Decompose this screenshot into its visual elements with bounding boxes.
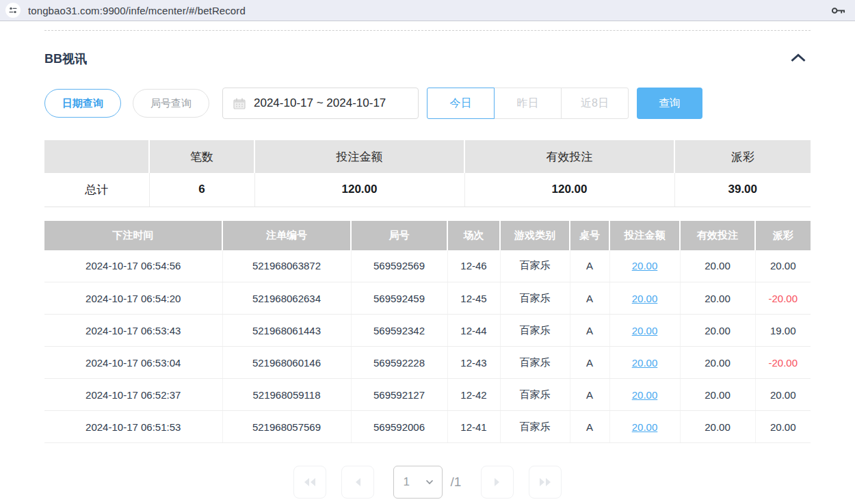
round-number-cell: 569592342	[351, 315, 447, 347]
table-number-cell: A	[570, 315, 609, 347]
summary-header-row: 笔数投注金额有效投注派彩	[44, 140, 811, 173]
summary-table: 笔数投注金额有效投注派彩 总计6120.00120.0039.00	[44, 140, 811, 207]
records-table: 下注时间注单编号局号场次游戏类别桌号投注金额有效投注派彩 2024-10-17 …	[44, 221, 811, 444]
key-icon-glyph	[831, 5, 845, 16]
payout-cell: -20.00	[755, 282, 811, 315]
page-title: BB视讯	[44, 51, 87, 67]
prev-page-button[interactable]	[341, 466, 374, 499]
summary-header-cell-0	[44, 140, 149, 173]
summary-total-label: 总计	[44, 173, 149, 207]
order-number-cell: 521968062634	[222, 282, 351, 315]
calendar-icon	[233, 98, 246, 109]
records-header-cell-8: 派彩	[755, 221, 811, 250]
order-number-cell: 521968063872	[222, 250, 351, 282]
quick-today-button[interactable]: 今日	[427, 88, 495, 119]
first-page-icon	[303, 477, 317, 487]
summary-header-cell-2: 投注金额	[254, 140, 464, 173]
records-header-cell-5: 桌号	[570, 221, 609, 250]
date-range-picker[interactable]: 2024-10-17 ~ 2024-10-17	[222, 88, 419, 119]
records-header-cell-4: 游戏类别	[500, 221, 570, 250]
bet-amount-cell: 20.00	[609, 282, 680, 315]
dashed-separator	[44, 30, 811, 31]
record-row: 2024-10-17 06:53:43521968061443569592342…	[44, 315, 811, 347]
summary-total-row: 总计6120.00120.0039.00	[44, 173, 811, 207]
session-cell: 12-45	[447, 282, 500, 315]
bet-time-cell: 2024-10-17 06:53:04	[44, 347, 222, 379]
summary-total-value-3: 120.00	[464, 173, 674, 207]
prev-page-icon	[354, 477, 362, 487]
summary-header-cell-3: 有效投注	[464, 140, 674, 173]
round-number-cell: 569592006	[351, 411, 447, 443]
next-page-icon	[493, 477, 501, 487]
chevron-up-icon	[790, 53, 806, 62]
game-type-cell: 百家乐	[500, 250, 570, 282]
round-query-tab[interactable]: 局号查询	[133, 89, 209, 118]
panel-header: BB视讯	[44, 51, 811, 67]
valid-bet-cell: 20.00	[680, 282, 755, 315]
next-page-button[interactable]	[481, 466, 514, 499]
last-page-button[interactable]	[529, 466, 562, 499]
bet-time-cell: 2024-10-17 06:51:53	[44, 411, 222, 443]
browser-url-bar[interactable]: tongbao31.com:9900/infe/mcenter/#/betRec…	[0, 0, 855, 21]
records-tbody: 2024-10-17 06:54:56521968063872569592569…	[44, 250, 811, 443]
session-cell: 12-44	[447, 315, 500, 347]
game-type-cell: 百家乐	[500, 282, 570, 315]
order-number-cell: 521968057569	[222, 411, 351, 443]
payout-cell: -20.00	[755, 347, 811, 379]
bet-amount-link[interactable]: 20.00	[632, 293, 658, 304]
summary-total-value-2: 120.00	[254, 173, 464, 207]
url-text[interactable]: tongbao31.com:9900/infe/mcenter/#/betRec…	[28, 5, 246, 16]
payout-cell: 20.00	[755, 411, 811, 443]
records-header-cell-1: 注单编号	[222, 221, 351, 250]
order-number-cell: 521968061443	[222, 315, 351, 347]
bet-amount-link[interactable]: 20.00	[632, 260, 658, 271]
round-number-cell: 569592569	[351, 250, 447, 282]
key-icon[interactable]	[831, 5, 845, 16]
session-cell: 12-43	[447, 347, 500, 379]
records-header-cell-3: 场次	[447, 221, 500, 250]
quick-yesterday-button[interactable]: 昨日	[494, 88, 562, 119]
valid-bet-cell: 20.00	[680, 411, 755, 443]
last-page-icon	[538, 477, 552, 487]
payout-cell: 20.00	[755, 379, 811, 411]
bet-amount-cell: 20.00	[609, 411, 680, 443]
date-query-tab[interactable]: 日期查询	[44, 89, 121, 118]
first-page-button[interactable]	[293, 466, 326, 499]
filter-row: 日期查询 局号查询 2024-10-17 ~ 2024-10-17 今日 昨日 …	[44, 88, 811, 119]
table-number-cell: A	[570, 250, 609, 282]
bet-amount-cell: 20.00	[609, 347, 680, 379]
bet-amount-cell: 20.00	[609, 315, 680, 347]
collapse-panel-button[interactable]	[786, 52, 811, 66]
search-button[interactable]: 查询	[637, 88, 702, 119]
page-select[interactable]: 1	[393, 466, 443, 499]
summary-total-value-1: 6	[149, 173, 254, 207]
summary-total-value-4: 39.00	[674, 173, 811, 207]
tune-icon-glyph	[9, 6, 17, 14]
valid-bet-cell: 20.00	[680, 315, 755, 347]
table-number-cell: A	[570, 282, 609, 315]
quick-range-group: 今日 昨日 近8日	[427, 88, 629, 119]
table-number-cell: A	[570, 379, 609, 411]
bet-time-cell: 2024-10-17 06:53:43	[44, 315, 222, 347]
bet-time-cell: 2024-10-17 06:54:20	[44, 282, 222, 315]
records-header-cell-6: 投注金额	[609, 221, 680, 250]
site-settings-icon[interactable]	[5, 3, 21, 18]
valid-bet-cell: 20.00	[680, 379, 755, 411]
quick-last8days-button[interactable]: 近8日	[561, 88, 629, 119]
pagination: 1 /1	[44, 466, 811, 499]
game-type-cell: 百家乐	[500, 411, 570, 443]
table-number-cell: A	[570, 411, 609, 443]
records-header-row: 下注时间注单编号局号场次游戏类别桌号投注金额有效投注派彩	[44, 221, 811, 250]
records-header-cell-7: 有效投注	[680, 221, 755, 250]
record-row: 2024-10-17 06:54:20521968062634569592459…	[44, 282, 811, 315]
payout-cell: 19.00	[755, 315, 811, 347]
bet-amount-link[interactable]: 20.00	[632, 389, 658, 401]
bet-amount-link[interactable]: 20.00	[632, 357, 658, 369]
record-row: 2024-10-17 06:54:56521968063872569592569…	[44, 250, 811, 282]
round-number-cell: 569592127	[351, 379, 447, 411]
page-select-value: 1	[404, 475, 410, 489]
bet-amount-link[interactable]: 20.00	[632, 325, 658, 336]
bet-record-page: BB视讯 日期查询 局号查询 2024-10-17 ~ 2024-10-17	[0, 30, 855, 499]
bet-amount-link[interactable]: 20.00	[632, 421, 658, 433]
summary-header-cell-1: 笔数	[149, 140, 254, 173]
